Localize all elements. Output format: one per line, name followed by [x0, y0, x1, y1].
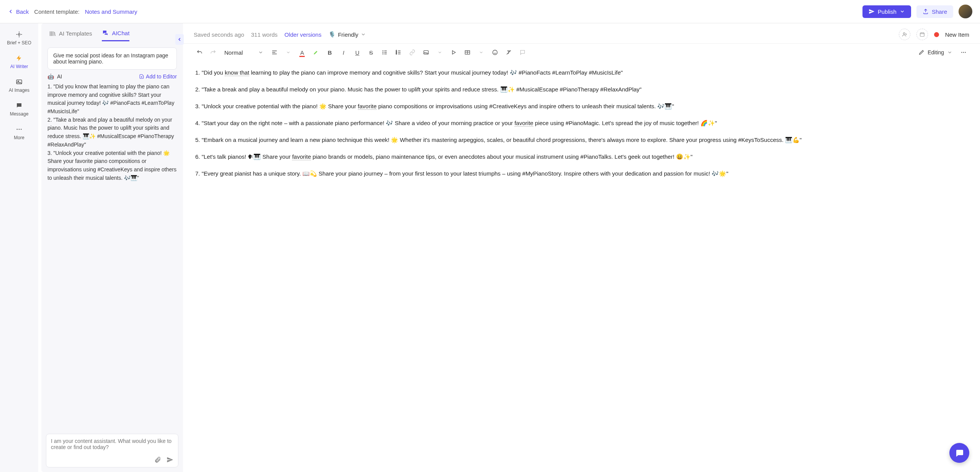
older-versions-link[interactable]: Older versions	[284, 31, 322, 38]
library-icon	[49, 30, 56, 37]
editor-content[interactable]: 1. "Did you know that learning to play t…	[183, 61, 980, 472]
bolt-icon	[15, 54, 23, 62]
upload-icon	[923, 8, 929, 15]
tab-label: AI Templates	[59, 30, 92, 37]
svg-rect-7	[920, 33, 924, 36]
ai-panel: AI Templates AIChat Give me social post …	[41, 23, 183, 472]
undo-button[interactable]	[194, 47, 205, 58]
tone-label: Friendly	[338, 31, 358, 38]
share-button[interactable]: Share	[916, 5, 953, 18]
editing-mode-select[interactable]: Editing	[915, 49, 956, 55]
image-dropdown[interactable]	[434, 47, 446, 58]
robot-icon: 🤖	[47, 73, 54, 80]
add-file-icon	[139, 74, 144, 79]
text-color-button[interactable]: A	[296, 47, 308, 58]
paragraph-2: 2. "Take a break and play a beautiful me…	[195, 85, 968, 94]
chat-input[interactable]	[51, 438, 173, 450]
sidebar-item-writer[interactable]: AI Writer	[10, 54, 28, 69]
sidebar-label: AI Images	[9, 88, 29, 93]
more-icon	[960, 49, 967, 55]
template-name[interactable]: Notes and Summary	[85, 8, 137, 15]
more-icon	[15, 125, 23, 133]
add-user-button[interactable]	[899, 29, 910, 40]
chat-bubble-icon	[955, 448, 964, 457]
comment-button[interactable]	[517, 47, 528, 58]
highlight-icon	[313, 49, 319, 55]
paragraph-3: 3. "Unlock your creative potential with …	[195, 102, 968, 111]
table-dropdown[interactable]	[475, 47, 487, 58]
strike-button[interactable]: S	[365, 47, 377, 58]
add-to-editor-label: Add to Editor	[146, 73, 177, 80]
svg-point-8	[383, 50, 383, 51]
editor-meta: Saved seconds ago 311 words Older versio…	[183, 23, 980, 43]
paperclip-icon	[154, 456, 161, 463]
due-date-button[interactable]	[916, 29, 928, 40]
sidebar-item-message[interactable]: Message	[10, 101, 29, 117]
user-avatar[interactable]	[959, 5, 972, 18]
editor-toolbar: Normal A B I U S 123	[183, 43, 980, 61]
play-icon	[451, 49, 457, 55]
tab-ai-templates[interactable]: AI Templates	[49, 29, 92, 41]
italic-button[interactable]: I	[338, 47, 349, 58]
ai-response-text: 1. "Did you know that learning to play t…	[47, 83, 177, 182]
image-button[interactable]	[420, 47, 432, 58]
bullet-list-button[interactable]	[379, 47, 390, 58]
comment-icon	[519, 49, 526, 55]
send-icon	[869, 8, 875, 15]
paragraph-7: 7. "Every great pianist has a unique sto…	[195, 169, 968, 178]
image-icon	[423, 49, 429, 55]
ai-response-block: 🤖 AI Add to Editor 1. "Did you know that…	[41, 73, 183, 434]
sidebar-label: More	[14, 135, 24, 140]
chevron-down-icon	[286, 50, 291, 55]
style-label: Normal	[224, 49, 243, 56]
status-label[interactable]: New Item	[945, 31, 969, 38]
saved-status: Saved seconds ago	[194, 31, 244, 38]
paragraph-4: 4. "Start your day on the right note – w…	[195, 119, 968, 128]
add-to-editor-button[interactable]: Add to Editor	[139, 73, 177, 80]
emoji-button[interactable]	[489, 47, 501, 58]
editing-label: Editing	[928, 49, 944, 55]
redo-button[interactable]	[207, 47, 219, 58]
svg-point-9	[383, 52, 383, 52]
chat-icon	[102, 29, 109, 36]
collapse-panel-button[interactable]	[175, 34, 184, 45]
sidebar-item-more[interactable]: More	[14, 125, 24, 140]
align-dropdown[interactable]	[283, 47, 294, 58]
paragraph-style-select[interactable]: Normal	[221, 49, 266, 56]
sidebar-item-images[interactable]: AI Images	[9, 78, 29, 93]
chevron-down-icon	[479, 50, 483, 55]
highlight-button[interactable]	[310, 47, 322, 58]
video-button[interactable]	[448, 47, 459, 58]
chevron-down-icon	[900, 9, 905, 14]
more-toolbar-button[interactable]	[958, 47, 969, 58]
send-button[interactable]	[167, 456, 173, 463]
sidebar-item-brief[interactable]: Brief + SEO	[7, 30, 31, 46]
svg-point-18	[963, 52, 964, 53]
editor-area: Saved seconds ago 311 words Older versio…	[183, 23, 980, 472]
link-button[interactable]	[407, 47, 418, 58]
left-sidebar: Brief + SEO AI Writer AI Images Message …	[0, 23, 38, 472]
back-button[interactable]: Back	[8, 8, 29, 15]
svg-point-3	[16, 129, 18, 130]
publish-button[interactable]: Publish	[862, 5, 911, 18]
svg-point-16	[493, 50, 497, 55]
clear-format-button[interactable]	[503, 47, 514, 58]
share-label: Share	[932, 8, 947, 15]
tone-selector[interactable]: 🎙️ Friendly	[328, 31, 366, 38]
table-button[interactable]	[462, 47, 473, 58]
paragraph-6: 6. "Let's talk pianos! 🗣🎹 Share your fav…	[195, 152, 968, 161]
top-bar: Back Content template: Notes and Summary…	[0, 0, 980, 23]
underline-button[interactable]: U	[351, 47, 363, 58]
align-button[interactable]	[269, 47, 280, 58]
sidebar-label: AI Writer	[10, 64, 28, 69]
attach-button[interactable]	[154, 456, 161, 463]
message-icon	[15, 101, 23, 110]
tab-ai-chat[interactable]: AIChat	[102, 29, 129, 41]
send-icon	[167, 456, 173, 463]
help-chat-button[interactable]	[949, 443, 969, 463]
template-label: Content template:	[34, 8, 79, 15]
user-plus-icon	[902, 32, 907, 37]
calendar-icon	[920, 32, 925, 37]
number-list-button[interactable]: 123	[393, 47, 404, 58]
bold-button[interactable]: B	[324, 47, 335, 58]
